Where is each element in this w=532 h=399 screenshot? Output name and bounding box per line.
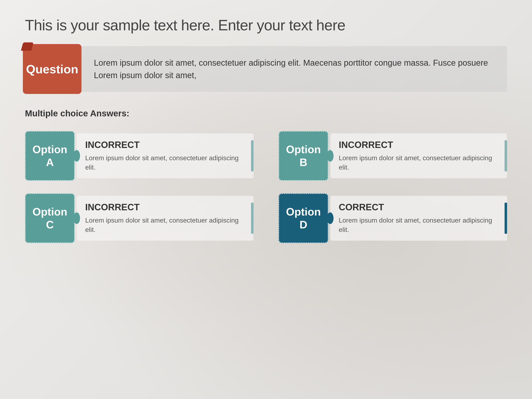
option-card-d[interactable]: Option D CORRECT Lorem ipsum dolor sit a… xyxy=(279,193,507,243)
option-a-description: Lorem ipsum dolor sit amet, consectetuer… xyxy=(85,153,245,172)
option-b-content: INCORRECT Lorem ipsum dolor sit amet, co… xyxy=(330,133,507,178)
option-b-status: INCORRECT xyxy=(339,140,499,150)
option-label-box-b: Option B xyxy=(279,131,328,181)
multiple-choice-section: Multiple choice Answers: Option A INCORR… xyxy=(25,108,507,243)
option-card-c[interactable]: Option C INCORRECT Lorem ipsum dolor sit… xyxy=(25,193,253,243)
option-c-content: INCORRECT Lorem ipsum dolor sit amet, co… xyxy=(77,196,253,241)
option-label-box-a: Option A xyxy=(25,131,75,181)
option-card-b[interactable]: Option B INCORRECT Lorem ipsum dolor sit… xyxy=(279,131,507,181)
option-d-description: Lorem ipsum dolor sit amet, consectetuer… xyxy=(339,216,499,234)
option-d-content: CORRECT Lorem ipsum dolor sit amet, cons… xyxy=(330,196,507,241)
question-badge: Question xyxy=(23,44,82,94)
option-a-content: INCORRECT Lorem ipsum dolor sit amet, co… xyxy=(77,133,253,178)
option-c-description: Lorem ipsum dolor sit amet, consectetuer… xyxy=(85,216,245,234)
multiple-choice-label: Multiple choice Answers: xyxy=(25,108,507,119)
option-c-label: Option C xyxy=(32,205,67,231)
option-b-description: Lorem ipsum dolor sit amet, consectetuer… xyxy=(339,153,499,172)
option-b-label: Option B xyxy=(286,143,321,169)
option-label-box-c: Option C xyxy=(25,193,75,243)
main-content: This is your sample text here. Enter you… xyxy=(0,0,532,256)
question-text: Lorem ipsum dolor sit amet, consectetuer… xyxy=(82,46,507,92)
option-c-status: INCORRECT xyxy=(85,202,245,212)
option-card-a[interactable]: Option A INCORRECT Lorem ipsum dolor sit… xyxy=(25,131,253,181)
option-a-status: INCORRECT xyxy=(85,140,245,150)
option-d-label: Option D xyxy=(286,205,321,231)
question-section: Question Lorem ipsum dolor sit amet, con… xyxy=(25,46,507,92)
question-badge-label: Question xyxy=(26,62,78,76)
page-title: This is your sample text here. Enter you… xyxy=(25,17,507,34)
option-label-box-d: Option D xyxy=(279,193,328,243)
option-d-status: CORRECT xyxy=(339,202,499,212)
option-a-label: Option A xyxy=(32,143,67,169)
options-grid: Option A INCORRECT Lorem ipsum dolor sit… xyxy=(25,131,507,243)
